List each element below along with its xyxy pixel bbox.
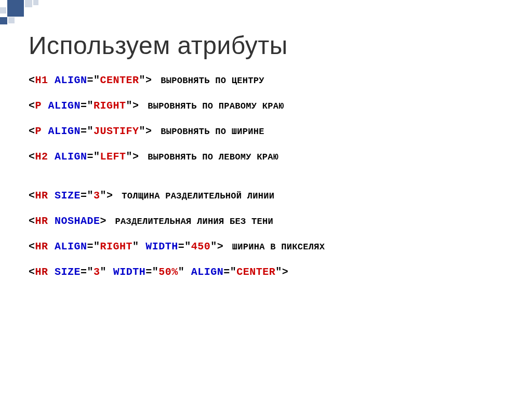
line-description: Выровнять по центру	[155, 76, 264, 86]
code-token-quote: "	[139, 74, 146, 86]
code-token-quote: "	[87, 266, 94, 278]
code-token-bracket: <	[29, 100, 35, 112]
slide-title: Используем атрибуты	[29, 31, 503, 60]
code-token-attr: WIDTH	[145, 241, 178, 252]
code-token-tag: HR	[35, 190, 55, 202]
code-token-tag	[139, 241, 146, 252]
line-description: Выровнять по ширине	[155, 127, 264, 137]
code-token-eq: =	[223, 266, 230, 278]
code-token-quote: "	[100, 266, 107, 278]
code-token-quote: "	[275, 266, 282, 278]
code-token-val: CENTER	[100, 74, 139, 86]
code-token-bracket: <	[29, 125, 35, 137]
code-token-quote: "	[178, 266, 185, 278]
code-line: <HR ALIGN="RIGHT" WIDTH="450"> Ширина в …	[29, 241, 503, 252]
code-token-eq: =	[81, 190, 87, 202]
code-token-eq: =	[87, 151, 94, 163]
code-token-quote: "	[94, 241, 100, 252]
code-lines: <H1 ALIGN="CENTER"> Выровнять по центру<…	[29, 74, 503, 278]
code-token-bracket: <	[29, 266, 35, 278]
code-token-quote: "	[210, 241, 217, 252]
code-token-attr: ALIGN	[55, 241, 87, 252]
code-token-val: 50%	[158, 266, 178, 278]
code-token-tag: HR	[35, 215, 55, 227]
code-token-eq: =	[81, 266, 87, 278]
code-token-bracket: <	[29, 151, 35, 163]
code-token-bracket: >	[282, 266, 289, 278]
code-token-bracket: <	[29, 74, 35, 86]
code-token-tag: H1	[35, 74, 55, 86]
code-token-quote: "	[100, 190, 107, 202]
code-line: <H2 ALIGN="LEFT"> Выровнять по левому кр…	[29, 151, 503, 163]
code-token-bracket: >	[217, 241, 224, 252]
code-token-quote: "	[87, 100, 94, 112]
code-line: <HR SIZE="3"> Толщина разделительной лин…	[29, 190, 503, 202]
code-token-attr: ALIGN	[191, 266, 224, 278]
code-token-val: CENTER	[236, 266, 275, 278]
code-token-bracket: <	[29, 241, 35, 252]
code-token-bracket: >	[100, 215, 107, 227]
code-token-attr: ALIGN	[48, 125, 81, 137]
code-token-bracket: <	[29, 190, 35, 202]
code-token-bracket: >	[107, 190, 113, 202]
code-token-bracket: >	[145, 125, 152, 137]
code-line: <HR SIZE="3" WIDTH="50%" ALIGN="CENTER">	[29, 266, 503, 278]
line-description: Разделительная линия без тени	[110, 217, 273, 227]
code-line: <H1 ALIGN="CENTER"> Выровнять по центру	[29, 74, 503, 86]
code-token-eq: =	[178, 241, 185, 252]
code-token-quote: "	[94, 151, 100, 163]
code-token-quote: "	[126, 100, 133, 112]
code-token-val: RIGHT	[100, 241, 133, 252]
code-token-val: 3	[94, 266, 100, 278]
code-token-val: RIGHT	[94, 100, 126, 112]
code-line: <P ALIGN="JUSTIFY"> Выровнять по ширине	[29, 125, 503, 137]
code-token-eq: =	[87, 74, 94, 86]
code-token-bracket: >	[132, 151, 139, 163]
line-description: Толщина разделительной линии	[116, 191, 275, 201]
code-token-quote: "	[87, 125, 94, 137]
code-token-attr: ALIGN	[55, 151, 87, 163]
slide-content: Используем атрибуты <H1 ALIGN="CENTER"> …	[0, 0, 532, 278]
code-token-quote: "	[152, 266, 159, 278]
code-token-tag	[107, 266, 113, 278]
code-token-eq: =	[81, 125, 87, 137]
code-token-attr: ALIGN	[55, 74, 87, 86]
code-token-quote: "	[230, 266, 237, 278]
line-description: Выровнять по правому краю	[142, 101, 284, 111]
code-token-quote: "	[87, 190, 94, 202]
code-token-tag: HR	[35, 241, 55, 252]
corner-decoration	[0, 0, 104, 26]
code-line: <HR NOSHADE> Разделительная линия без те…	[29, 215, 503, 227]
code-token-quote: "	[184, 241, 191, 252]
code-token-tag: P	[35, 100, 48, 112]
code-token-eq: =	[87, 241, 94, 252]
code-token-val: 3	[94, 190, 100, 202]
code-token-tag	[184, 266, 191, 278]
line-description: Выровнять по левому краю	[142, 152, 279, 162]
code-token-bracket: <	[29, 215, 35, 227]
code-token-val: JUSTIFY	[94, 125, 139, 137]
code-token-val: LEFT	[100, 151, 126, 163]
code-token-quote: "	[139, 125, 146, 137]
code-token-attr: NOSHADE	[55, 215, 100, 227]
code-token-tag: H2	[35, 151, 55, 163]
code-token-eq: =	[145, 266, 152, 278]
code-token-quote: "	[126, 151, 133, 163]
line-description: Ширина в пикселях	[227, 242, 325, 252]
code-token-tag: HR	[35, 266, 55, 278]
code-token-attr: SIZE	[55, 266, 81, 278]
code-token-attr: ALIGN	[48, 100, 81, 112]
code-token-eq: =	[81, 100, 87, 112]
code-line: <P ALIGN="RIGHT"> Выровнять по правому к…	[29, 100, 503, 112]
code-token-attr: SIZE	[55, 190, 81, 202]
code-token-quote: "	[94, 74, 100, 86]
code-token-bracket: >	[132, 100, 139, 112]
code-token-tag: P	[35, 125, 48, 137]
code-token-val: 450	[191, 241, 211, 252]
code-token-quote: "	[132, 241, 139, 252]
code-token-bracket: >	[145, 74, 152, 86]
code-token-attr: WIDTH	[113, 266, 146, 278]
